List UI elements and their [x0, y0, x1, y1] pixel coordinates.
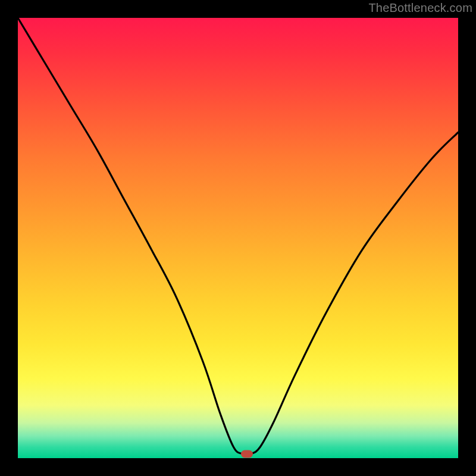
plot-area — [18, 18, 458, 458]
watermark-text: TheBottleneck.com — [368, 1, 472, 15]
optimal-marker — [241, 450, 253, 458]
chart-stage: TheBottleneck.com — [0, 0, 476, 476]
bottleneck-curve — [18, 18, 458, 458]
